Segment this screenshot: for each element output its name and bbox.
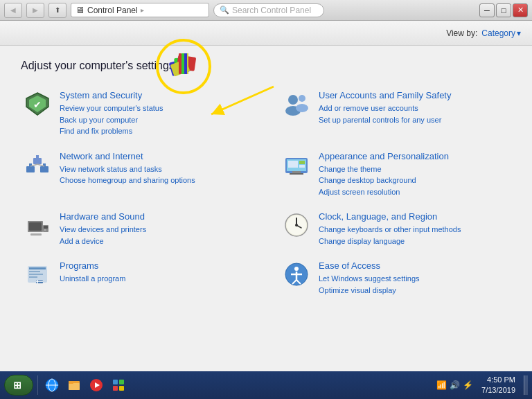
programs-title[interactable]: Programs: [60, 260, 249, 271]
hardware-link-1[interactable]: View devices and printers: [60, 224, 249, 236]
breadcrumb-text: Control Panel: [87, 6, 138, 15]
svg-point-3: [288, 95, 298, 105]
clock-link-2[interactable]: Change display language: [319, 236, 508, 247]
category-user-accounts[interactable]: User Accounts and Family Safety Add or r…: [280, 86, 511, 141]
category-hardware[interactable]: Hardware and Sound View devices and prin…: [21, 207, 252, 251]
taskbar-icon-media[interactable]: [87, 375, 106, 395]
svg-rect-62: [69, 383, 80, 390]
title-bar: ◀ ▶ ⬆ 🖥 Control Panel ▸ 🔍 Search Control…: [0, 0, 532, 21]
svg-rect-63: [69, 381, 73, 384]
system-security-link-3[interactable]: Find and fix problems: [60, 125, 249, 137]
svg-rect-20: [299, 161, 305, 164]
system-security-icon: ✔: [24, 90, 51, 118]
minimize-button[interactable]: ─: [479, 3, 495, 17]
breadcrumb-arrow: ▸: [141, 6, 144, 14]
title-bar-left: ◀ ▶ ⬆ 🖥 Control Panel ▸ 🔍 Search Control…: [4, 3, 324, 18]
taskbar-icon-cp[interactable]: [109, 375, 128, 395]
svg-rect-27: [30, 233, 42, 236]
system-security-text: System and Security Review your computer…: [60, 90, 249, 137]
svg-point-5: [299, 95, 305, 102]
viewby-dropdown[interactable]: Category ▾: [481, 28, 521, 38]
user-accounts-link-2[interactable]: Set up parental controls for any user: [319, 114, 508, 126]
hardware-text: Hardware and Sound View devices and prin…: [60, 211, 249, 247]
appearance-link-2[interactable]: Change desktop background: [319, 175, 508, 186]
breadcrumb-icon: 🖥: [76, 5, 85, 15]
svg-point-42: [294, 267, 299, 271]
show-desktop-button[interactable]: [524, 375, 528, 395]
category-clock[interactable]: Clock, Language, and Region Change keybo…: [280, 207, 511, 251]
category-appearance[interactable]: Appearance and Personalization Change th…: [280, 147, 511, 202]
clock-link-1[interactable]: Change keyboards or other input methods: [319, 224, 508, 236]
start-orb-icon: ⊞: [13, 380, 21, 391]
taskbar-icon-files[interactable]: [64, 375, 84, 395]
forward-button[interactable]: ▶: [26, 3, 44, 18]
category-system-security[interactable]: ✔ System and Security Review your comput…: [21, 86, 252, 141]
clock-date: 7/13/2019: [481, 385, 515, 396]
user-accounts-text: User Accounts and Family Safety Add or r…: [319, 90, 508, 125]
system-tray: 📶 🔊 ⚡: [436, 380, 473, 390]
breadcrumb[interactable]: 🖥 Control Panel ▸: [71, 3, 209, 17]
ease-link-2[interactable]: Optimize visual display: [319, 285, 508, 296]
tray-speaker-icon: 🔊: [450, 380, 460, 390]
svg-rect-37: [29, 276, 37, 278]
svg-rect-66: [113, 380, 118, 384]
svg-rect-67: [119, 380, 124, 384]
back-button[interactable]: ◀: [4, 3, 22, 18]
svg-rect-36: [29, 274, 43, 275]
network-text: Network and Internet View network status…: [60, 151, 249, 186]
hardware-title[interactable]: Hardware and Sound: [60, 211, 249, 222]
appearance-link-3[interactable]: Adjust screen resolution: [319, 186, 508, 198]
clock-text: Clock, Language, and Region Change keybo…: [319, 211, 508, 247]
taskbar-right: 📶 🔊 ⚡ 4:50 PM 7/13/2019: [436, 375, 528, 396]
user-accounts-icon: [283, 90, 310, 118]
viewby-chevron-icon: ▾: [517, 28, 521, 38]
appearance-text: Appearance and Personalization Change th…: [319, 151, 508, 198]
viewby-value: Category: [481, 28, 515, 38]
system-security-link-1[interactable]: Review your computer's status: [60, 103, 249, 114]
taskbar-icon-ie[interactable]: [42, 375, 62, 395]
taskbar-separator-1: [37, 375, 38, 395]
search-bar[interactable]: 🔍 Search Control Panel: [213, 3, 324, 17]
ease-link-1[interactable]: Let Windows suggest settings: [319, 273, 508, 285]
svg-rect-9: [40, 166, 48, 172]
system-security-link-2[interactable]: Back up your computer: [60, 114, 249, 126]
svg-rect-7: [26, 166, 35, 172]
programs-icon: [24, 260, 51, 288]
clock-icon: [283, 211, 310, 239]
svg-point-26: [44, 229, 46, 231]
start-button[interactable]: ⊞: [4, 375, 33, 396]
clock-title[interactable]: Clock, Language, and Region: [319, 211, 508, 222]
network-link-1[interactable]: View network status and tasks: [60, 163, 249, 175]
hardware-link-2[interactable]: Add a device: [60, 236, 249, 247]
close-button[interactable]: ✕: [513, 3, 528, 17]
clock-display[interactable]: 4:50 PM 7/13/2019: [477, 375, 520, 396]
clock-time: 4:50 PM: [481, 375, 515, 385]
page-title: Adjust your computer's settings: [21, 60, 511, 72]
main-content: Adjust your computer's settings ✔ System…: [0, 46, 532, 371]
hardware-icon: [24, 211, 51, 239]
ease-title[interactable]: Ease of Access: [319, 260, 508, 271]
appearance-link-1[interactable]: Change the theme: [319, 163, 508, 175]
user-accounts-title[interactable]: User Accounts and Family Safety: [319, 90, 508, 100]
svg-rect-18: [290, 173, 303, 175]
maximize-button[interactable]: □: [496, 3, 511, 17]
up-button[interactable]: ⬆: [48, 3, 66, 18]
network-title[interactable]: Network and Internet: [60, 151, 249, 161]
appearance-title[interactable]: Appearance and Personalization: [319, 151, 508, 161]
category-ease[interactable]: Ease of Access Let Windows suggest setti…: [280, 256, 511, 300]
svg-point-6: [296, 104, 308, 112]
category-network[interactable]: Network and Internet View network status…: [21, 147, 252, 202]
viewby-control: View by: Category ▾: [446, 28, 521, 38]
system-security-title[interactable]: System and Security: [60, 90, 249, 100]
programs-link-1[interactable]: Uninstall a program: [60, 273, 249, 285]
svg-rect-68: [113, 386, 118, 391]
category-programs[interactable]: Programs Uninstall a program: [21, 256, 252, 300]
window-controls: ─ □ ✕: [479, 3, 528, 17]
svg-rect-35: [29, 271, 40, 272]
network-link-2[interactable]: Choose homegroup and sharing options: [60, 175, 249, 186]
svg-point-32: [295, 224, 298, 227]
appearance-icon: [283, 151, 310, 179]
user-accounts-link-1[interactable]: Add or remove user accounts: [319, 103, 508, 114]
svg-rect-25: [44, 226, 48, 229]
svg-rect-34: [29, 267, 46, 269]
